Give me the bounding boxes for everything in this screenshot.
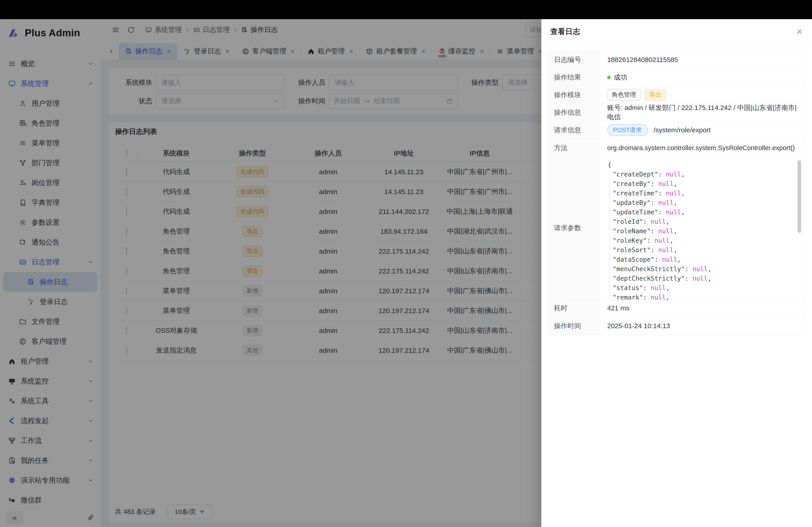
op-time-value: 2025-01-24 10:14:13 xyxy=(599,317,804,335)
detail-row-log-id: 日志编号 1882612840802115585 xyxy=(548,51,804,69)
json-line: "remark": null, xyxy=(608,293,791,302)
indent-guide xyxy=(609,170,610,301)
op-time-label: 操作时间 xyxy=(548,317,599,335)
detail-row-result: 操作结果 成功 xyxy=(548,69,804,86)
json-line: "roleName": null, xyxy=(608,227,791,236)
module-value: 角色管理 导出 xyxy=(599,86,804,104)
log-detail-table: 日志编号 1882612840802115585 操作结果 成功 操作模块 角色… xyxy=(548,51,804,335)
detail-row-method: 方法 org.dromara.system.controller.system.… xyxy=(548,139,804,157)
detail-row-op-time: 操作时间 2025-01-24 10:14:13 xyxy=(548,317,804,335)
method-value: org.dromara.system.controller.system.Sys… xyxy=(599,139,804,157)
json-line: "updateBy": null, xyxy=(608,198,791,208)
json-line: "menuCheckStrictly": null, xyxy=(608,265,791,274)
json-line: "roleId": null, xyxy=(608,217,791,227)
method-label: 方法 xyxy=(548,139,599,157)
view-log-drawer: 查看日志 × 日志编号 1882612840802115585 操作结果 成功 … xyxy=(541,19,812,527)
detail-row-module: 操作模块 角色管理 导出 xyxy=(548,86,804,104)
params-json-viewer[interactable]: {"createDept": null,"createBy": null,"cr… xyxy=(599,157,804,299)
module-label: 操作模块 xyxy=(548,86,599,104)
json-line: "deptCheckStrictly": null, xyxy=(608,274,791,283)
params-label: 请求参数 xyxy=(548,157,599,299)
detail-row-params: 请求参数 {"createDept": null,"createBy": nul… xyxy=(548,157,804,299)
detail-row-info: 操作信息 账号: admin / 研发部门 / 222.175.114.242 … xyxy=(548,104,804,121)
log-id-label: 日志编号 xyxy=(548,51,599,69)
duration-label: 耗时 xyxy=(548,299,599,317)
info-value: 账号: admin / 研发部门 / 222.175.114.242 / 中国|… xyxy=(599,104,804,121)
request-url: /system/role/export xyxy=(654,126,711,134)
drawer-header: 查看日志 × xyxy=(541,19,812,44)
drawer-title: 查看日志 xyxy=(550,27,580,37)
result-text: 成功 xyxy=(614,73,627,82)
module-tag: 角色管理 xyxy=(607,89,641,101)
success-dot-icon xyxy=(607,76,611,79)
params-json-code: {"createDept": null,"createBy": null,"cr… xyxy=(599,157,804,304)
json-scrollbar[interactable] xyxy=(798,160,801,233)
json-line: { xyxy=(608,160,791,170)
info-label: 操作信息 xyxy=(548,104,599,121)
json-line: "dataScope": null, xyxy=(608,255,791,265)
json-line: "status": null, xyxy=(608,283,791,293)
module-action-tag: 导出 xyxy=(644,89,666,101)
screenshot-root: Plus Admin 概览系统管理用户管理角色管理菜单管理部门管理岗位管理字典管… xyxy=(0,0,812,527)
json-line: "roleKey": null, xyxy=(608,236,791,245)
request-value: POST请求 /system/role/export xyxy=(599,121,804,139)
detail-row-request: 请求信息 POST请求 /system/role/export xyxy=(548,121,804,139)
json-line: "createDept": null, xyxy=(608,170,791,179)
post-method-badge: POST请求 xyxy=(607,124,648,136)
json-line: "roleSort": null, xyxy=(608,245,791,255)
json-line: "createTime": null, xyxy=(608,189,791,198)
log-id-value: 1882612840802115585 xyxy=(599,51,804,69)
result-value: 成功 xyxy=(599,69,804,86)
json-line: "createBy": null, xyxy=(608,179,791,189)
close-icon[interactable]: × xyxy=(796,26,802,37)
request-label: 请求信息 xyxy=(548,121,599,139)
result-label: 操作结果 xyxy=(548,69,599,86)
json-line: "updateTime": null, xyxy=(608,208,791,217)
